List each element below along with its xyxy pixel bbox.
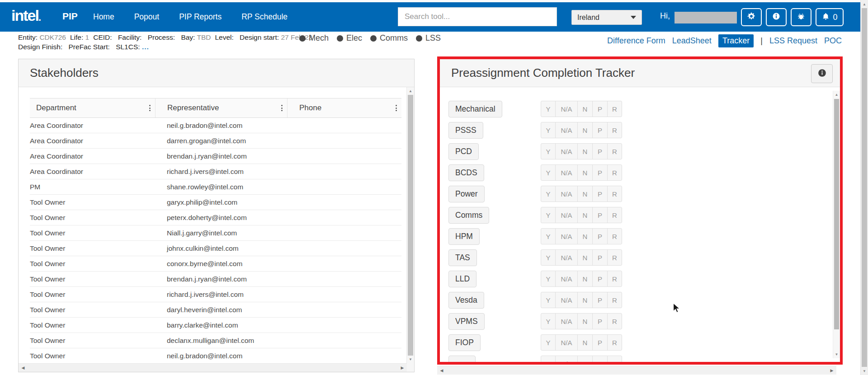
status-option-button[interactable]: R xyxy=(607,356,622,362)
discipline-button[interactable]: PCD xyxy=(448,143,479,160)
status-option-button[interactable]: P xyxy=(592,334,608,351)
status-option-button[interactable]: Y xyxy=(541,356,556,362)
status-option-button[interactable]: N/A xyxy=(555,164,578,181)
status-option-button[interactable]: N/A xyxy=(555,186,578,202)
scroll-down-icon[interactable]: ▼ xyxy=(833,351,840,358)
status-option-button[interactable]: R xyxy=(607,122,622,138)
scroll-right-icon[interactable]: ▶ xyxy=(828,366,835,375)
status-option-button[interactable]: Y xyxy=(541,292,556,308)
status-option-button[interactable]: R xyxy=(607,101,622,117)
status-option-button[interactable]: Y xyxy=(541,164,556,181)
table-row[interactable]: Tool Owner declanx.mulligan@intel.com xyxy=(30,333,401,348)
discipline-button[interactable] xyxy=(448,356,476,362)
search-input[interactable] xyxy=(398,7,557,26)
status-option-button[interactable]: Y xyxy=(541,313,556,329)
status-option-button[interactable]: Y xyxy=(541,207,556,223)
status-option-button[interactable]: Y xyxy=(541,122,556,138)
table-row[interactable]: Tool Owner peterx.doherty@intel.com xyxy=(30,210,401,225)
discipline-button[interactable]: Comms xyxy=(448,207,489,224)
status-option-button[interactable]: R xyxy=(607,143,622,159)
status-option-button[interactable]: P xyxy=(592,122,608,138)
status-option-button[interactable]: Y xyxy=(541,228,556,244)
link-difference-form[interactable]: Difference Form xyxy=(607,36,665,46)
table-row[interactable]: Tool Owner brendan.j.ryan@intel.com xyxy=(30,272,401,287)
discipline-button[interactable]: LLD xyxy=(448,271,476,287)
scrollbar-thumb[interactable] xyxy=(862,8,867,367)
status-option-button[interactable]: P xyxy=(592,164,608,181)
table-row[interactable]: Tool Owner johnx.culkin@intel.com xyxy=(30,241,401,256)
status-option-button[interactable]: N/A xyxy=(555,122,578,138)
status-option-button[interactable]: R xyxy=(607,186,622,202)
table-row[interactable]: Tool Owner richard.j.ivers@intel.com xyxy=(30,287,401,302)
column-header-representative[interactable]: Representative xyxy=(156,98,288,117)
about-button[interactable] xyxy=(766,8,787,26)
status-option-button[interactable]: N xyxy=(577,101,593,117)
scroll-right-icon[interactable]: ▶ xyxy=(399,364,406,372)
settings-button[interactable] xyxy=(741,8,762,26)
status-option-button[interactable]: R xyxy=(607,207,622,223)
status-option-button[interactable]: P xyxy=(592,207,608,223)
status-option-button[interactable]: Y xyxy=(541,143,556,159)
status-option-button[interactable]: Y xyxy=(541,249,556,266)
discipline-button[interactable]: Mechanical xyxy=(448,101,502,117)
status-option-button[interactable]: P xyxy=(592,271,608,287)
discipline-button[interactable]: HPM xyxy=(448,228,480,245)
table-row[interactable]: Area Coordinator darren.grogan@intel.com xyxy=(30,133,401,149)
status-option-button[interactable]: N xyxy=(577,292,593,308)
status-option-button[interactable]: P xyxy=(592,356,608,362)
column-menu-icon[interactable] xyxy=(280,103,284,112)
status-option-button[interactable]: N/A xyxy=(555,313,578,329)
status-option-button[interactable]: N/A xyxy=(555,101,578,117)
discipline-button[interactable]: FIOP xyxy=(448,334,481,351)
status-option-button[interactable]: P xyxy=(592,313,608,329)
status-option-button[interactable]: N xyxy=(577,164,593,181)
scrollbar-thumb[interactable] xyxy=(834,99,839,329)
status-option-button[interactable]: N/A xyxy=(555,271,578,287)
intel-logo[interactable]: intel. xyxy=(11,7,40,24)
status-option-button[interactable]: N/A xyxy=(555,356,578,362)
table-row[interactable]: Area Coordinator neil.g.bradon@intel.com xyxy=(30,118,401,133)
table-row[interactable]: Tool Owner garyx.philip@intel.com xyxy=(30,195,401,210)
table-row[interactable]: Tool Owner conorx.byrne@intel.com xyxy=(30,256,401,272)
table-row[interactable]: Tool Owner Niall.j.garry@intel.com xyxy=(30,225,401,241)
status-option-button[interactable]: N xyxy=(577,143,593,159)
status-option-button[interactable]: P xyxy=(592,249,608,266)
table-row[interactable]: Tool Owner daryl.heverin@intel.com xyxy=(30,302,401,318)
status-option-button[interactable]: N/A xyxy=(555,334,578,351)
nav-item[interactable]: RP Schedule xyxy=(241,12,288,22)
status-option-button[interactable]: Y xyxy=(541,186,556,202)
status-option-button[interactable]: N/A xyxy=(555,249,578,266)
region-select[interactable]: Ireland xyxy=(571,10,642,25)
scroll-left-icon[interactable]: ◀ xyxy=(438,366,445,375)
status-option-button[interactable]: P xyxy=(592,143,608,159)
scroll-down-icon[interactable]: ▼ xyxy=(861,367,868,375)
scroll-up-icon[interactable]: ▲ xyxy=(861,0,868,8)
status-option-button[interactable]: R xyxy=(607,271,622,287)
status-option-button[interactable]: P xyxy=(592,228,608,244)
notifications-button[interactable]: 0 xyxy=(816,8,844,26)
discipline-button[interactable]: PSSS xyxy=(448,122,483,139)
scroll-down-icon[interactable]: ▼ xyxy=(407,356,414,363)
status-option-button[interactable]: P xyxy=(592,292,608,308)
status-option-button[interactable]: R xyxy=(607,228,622,244)
status-option-button[interactable]: N xyxy=(577,228,593,244)
discipline-button[interactable]: Vesda xyxy=(448,292,484,309)
status-option-button[interactable]: N xyxy=(577,122,593,138)
column-menu-icon[interactable] xyxy=(148,103,152,112)
status-option-button[interactable]: R xyxy=(607,164,622,181)
status-option-button[interactable]: N xyxy=(577,334,593,351)
link-leadsheet[interactable]: LeadSheet xyxy=(672,36,712,46)
nav-item[interactable]: Popout xyxy=(134,12,159,22)
link-tracker-active[interactable]: Tracker xyxy=(718,34,754,47)
status-option-button[interactable]: N/A xyxy=(555,207,578,223)
status-option-button[interactable]: N/A xyxy=(555,143,578,159)
tracker-horizontal-scrollbar[interactable]: ◀ ▶ xyxy=(437,366,836,375)
stakeholders-horizontal-scrollbar[interactable]: ◀ ▶ xyxy=(19,363,407,372)
status-option-button[interactable]: R xyxy=(607,292,622,308)
status-option-button[interactable]: N xyxy=(577,356,593,362)
column-header-department[interactable]: Department xyxy=(30,98,156,117)
report-bug-button[interactable] xyxy=(791,8,811,26)
nav-item[interactable]: PIP Reports xyxy=(179,12,222,22)
status-option-button[interactable]: Y xyxy=(541,271,556,287)
status-option-button[interactable]: N/A xyxy=(555,292,578,308)
